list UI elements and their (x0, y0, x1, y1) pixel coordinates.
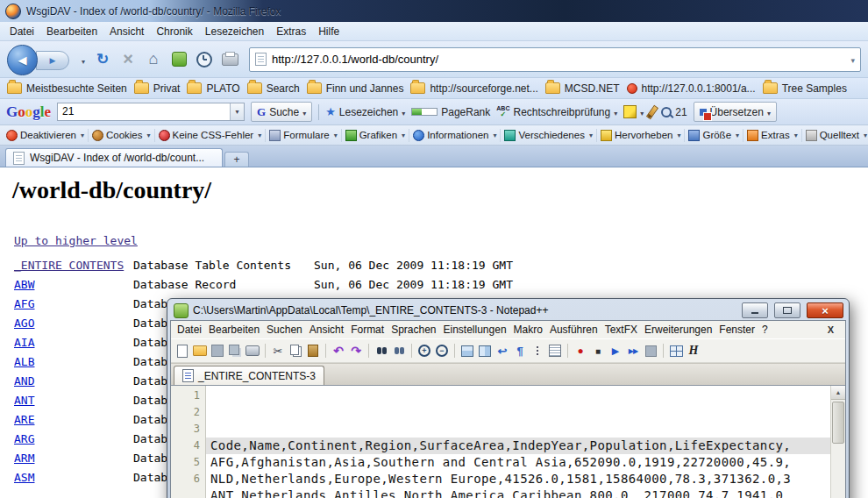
pagerank-widget[interactable]: PageRank (411, 106, 490, 118)
menu-item[interactable]: Datei (174, 322, 205, 338)
menu-item[interactable]: Makro (510, 322, 546, 338)
result-counter[interactable]: 21 (661, 106, 687, 118)
menu-item[interactable]: Suchen (263, 322, 306, 338)
menu-item[interactable]: Bearbeiten (40, 24, 103, 39)
bookmark-item[interactable]: Meistbesuchte Seiten (4, 81, 131, 96)
url-dropdown-icon[interactable] (850, 53, 855, 66)
zoom-out-icon[interactable] (434, 343, 450, 359)
feed-button[interactable] (168, 49, 189, 70)
replace-icon[interactable] (391, 343, 407, 359)
entry-link[interactable]: AGO (14, 314, 133, 333)
menu-item[interactable]: Einstellungen (440, 322, 510, 338)
entry-link[interactable]: ASM (14, 468, 133, 487)
show-all-chars-icon[interactable] (512, 343, 528, 359)
find-icon[interactable] (374, 343, 389, 359)
menu-item[interactable]: Bearbeiten (205, 322, 263, 338)
webdev-menu-item[interactable]: Keine CSS-Fehler (155, 129, 267, 142)
entry-link[interactable]: ARG (14, 430, 133, 449)
menu-item[interactable]: Extras (270, 24, 312, 39)
entry-link[interactable]: ALB (14, 352, 133, 372)
bookmark-item[interactable]: Privat (131, 81, 184, 96)
url-bar[interactable]: http://127.0.0.1/world-db/country/ (249, 47, 861, 72)
entry-link[interactable]: ARE (14, 410, 133, 430)
record-macro-icon[interactable] (573, 343, 588, 359)
code-line[interactable]: AFG,Afghanistan,Asia,Southern and Centra… (206, 454, 830, 471)
menu-item[interactable]: Lesezeichen (199, 24, 270, 39)
history-dropdown-icon[interactable] (79, 52, 88, 68)
bookmark-item[interactable]: MCSD.NET (542, 81, 623, 96)
stop-macro-icon[interactable] (590, 343, 606, 359)
google-bookmarks-button[interactable]: Lesezeichen (325, 105, 405, 118)
spellcheck-button[interactable]: ABC Rechtschreibprüfung (496, 105, 617, 118)
webdev-menu-item[interactable]: Verschiedenes (501, 129, 596, 142)
translate-button[interactable]: Übersetzen (694, 102, 777, 122)
maximize-button[interactable] (774, 302, 800, 318)
code-line[interactable]: NLD,Netherlands,Europe,Western Europe,41… (206, 471, 830, 487)
redo-icon[interactable] (348, 343, 364, 359)
webdev-menu-item[interactable]: Extras (743, 129, 802, 142)
bookmark-item[interactable]: Tree Samples (759, 81, 850, 96)
function-list-icon[interactable] (547, 343, 563, 359)
zoom-in-icon[interactable] (416, 343, 432, 359)
scroll-up-icon[interactable] (831, 386, 845, 400)
refresh-button[interactable] (92, 49, 113, 70)
entry-link[interactable]: ARM (14, 449, 133, 468)
webdev-menu-item[interactable]: Größe (685, 129, 743, 142)
editor-area[interactable]: 123456 Code,Name,Continent,Region,Surfac… (171, 385, 845, 498)
new-tab-button[interactable]: + (224, 152, 249, 167)
entry-link[interactable]: AFG (14, 295, 133, 314)
highlight-button[interactable] (623, 105, 644, 118)
run-macro-multiple-icon[interactable] (625, 343, 641, 359)
back-button[interactable] (7, 45, 38, 75)
menu-item[interactable]: Format (347, 322, 388, 338)
webdev-menu-item[interactable]: Cookies (89, 129, 155, 142)
google-search-input[interactable]: 21 (57, 103, 245, 121)
cut-icon[interactable] (270, 343, 286, 359)
paste-icon[interactable] (305, 343, 321, 359)
code-line[interactable]: ANT,Netherlands Antilles,North America,C… (206, 487, 830, 498)
webdev-menu-item[interactable]: Hervorheben (597, 129, 686, 142)
minimize-button[interactable] (742, 302, 768, 318)
webdev-menu-item[interactable]: Quelltext (802, 129, 868, 142)
bookmark-item[interactable]: http://127.0.0.1:8001/a... (623, 81, 759, 96)
save-icon[interactable] (210, 343, 225, 359)
menu-item[interactable]: Datei (4, 24, 40, 39)
webdev-menu-item[interactable]: Deaktivieren (3, 129, 89, 142)
stop-button[interactable] (117, 49, 139, 70)
code-view[interactable]: Code,Name,Continent,Region,SurfaceArea,I… (206, 386, 830, 498)
webdev-menu-item[interactable]: Informationen (409, 129, 501, 142)
print-button[interactable] (219, 49, 240, 70)
home-button[interactable] (143, 49, 164, 70)
entry-link[interactable]: ABW (14, 275, 133, 295)
entry-link[interactable]: AIA (14, 333, 133, 352)
menu-item[interactable]: Ansicht (306, 322, 347, 338)
bookmark-item[interactable]: PLATO (183, 81, 243, 96)
edit-button[interactable] (650, 105, 655, 119)
url-text[interactable]: http://127.0.0.1/world-db/country/ (272, 53, 845, 66)
indent-guide-icon[interactable] (530, 343, 545, 359)
copy-icon[interactable] (288, 343, 303, 359)
code-line[interactable]: Code,Name,Continent,Region,SurfaceArea,I… (206, 438, 830, 454)
menu-item[interactable]: Sprachen (388, 322, 439, 338)
entry-link[interactable]: AND (14, 372, 133, 391)
sync-scroll-h-icon[interactable] (477, 343, 493, 359)
open-folder-icon[interactable] (192, 343, 208, 359)
webdev-menu-item[interactable]: Formulare (266, 129, 341, 142)
menu-item[interactable]: Chronik (150, 24, 198, 39)
notepadpp-titlebar[interactable]: C:\Users\Martin\AppData\Local\Temp\_ENTI… (170, 301, 846, 320)
entry-link[interactable]: _ENTIRE CONTENTS (14, 256, 133, 275)
up-to-higher-level-link[interactable]: Up to higher level (14, 234, 138, 247)
textfx-grid-icon[interactable] (668, 343, 684, 359)
scrollbar-thumb[interactable] (832, 402, 844, 444)
search-history-dropdown-icon[interactable] (230, 103, 244, 120)
webdev-menu-item[interactable]: Grafiken (342, 129, 409, 142)
vertical-scrollbar[interactable] (830, 386, 845, 498)
word-wrap-icon[interactable] (494, 343, 510, 359)
menu-item[interactable]: Ausführen (546, 322, 601, 338)
save-all-icon[interactable] (227, 343, 243, 359)
google-search-value[interactable]: 21 (58, 103, 230, 120)
close-button[interactable] (807, 302, 843, 318)
menu-item[interactable]: Hilfe (312, 24, 345, 39)
new-file-icon[interactable] (174, 343, 190, 359)
bookmark-item[interactable]: http://sourceforge.net... (407, 81, 541, 96)
